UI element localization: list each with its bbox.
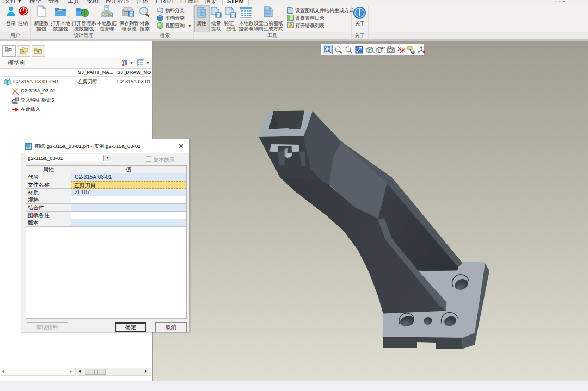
svg-text:RB: RB (381, 47, 385, 50)
